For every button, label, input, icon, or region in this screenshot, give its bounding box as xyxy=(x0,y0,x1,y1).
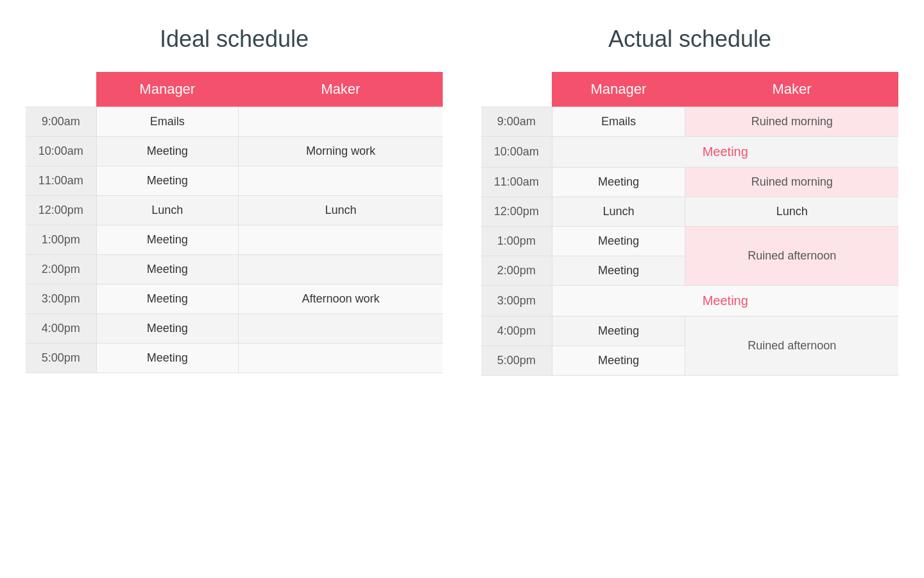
maker-cell xyxy=(239,107,443,137)
manager-cell: Meeting xyxy=(96,137,239,166)
page-wrapper: Ideal schedule Manager Maker 9:00amEmail… xyxy=(26,26,898,376)
maker-cell xyxy=(239,344,443,373)
manager-cell: Meeting xyxy=(96,314,239,344)
table-row: 2:00pmMeeting xyxy=(26,255,443,285)
table-row: 1:00pmMeeting xyxy=(26,225,443,255)
time-cell: 4:00pm xyxy=(481,317,552,346)
content-cell: Meeting xyxy=(552,317,685,346)
content-cell: Emails xyxy=(552,107,685,137)
manager-cell: Meeting xyxy=(96,166,239,196)
time-cell: 1:00pm xyxy=(26,225,96,255)
time-cell: 5:00pm xyxy=(26,344,96,373)
actual-time-header xyxy=(481,72,552,107)
maker-cell xyxy=(239,225,443,255)
table-row: 9:00amEmailsRuined morning xyxy=(481,107,898,137)
manager-cell: Emails xyxy=(96,107,239,137)
time-cell: 9:00am xyxy=(481,107,552,137)
ideal-title: Ideal schedule xyxy=(26,26,443,53)
content-cell: Ruined morning xyxy=(685,168,898,197)
time-cell: 9:00am xyxy=(26,107,96,137)
ideal-maker-header: Maker xyxy=(239,72,443,107)
content-cell: Lunch xyxy=(685,197,898,227)
manager-cell: Meeting xyxy=(96,225,239,255)
actual-maker-header: Maker xyxy=(685,72,898,107)
table-row: 3:00pmMeetingAfternoon work xyxy=(26,285,443,314)
time-cell: 11:00am xyxy=(26,166,96,196)
ideal-manager-header: Manager xyxy=(96,72,239,107)
table-row: 4:00pmMeetingRuined afternoon xyxy=(481,317,898,346)
maker-cell: Lunch xyxy=(239,196,443,225)
time-cell: 2:00pm xyxy=(26,255,96,285)
time-cell: 2:00pm xyxy=(481,256,552,286)
time-cell: 11:00am xyxy=(481,168,552,197)
content-cell: Meeting xyxy=(552,346,685,376)
table-row: 4:00pmMeeting xyxy=(26,314,443,344)
table-row: 9:00amEmails xyxy=(26,107,443,137)
manager-cell: Lunch xyxy=(96,196,239,225)
time-cell: 4:00pm xyxy=(26,314,96,344)
table-row: 1:00pmMeetingRuined afternoon xyxy=(481,227,898,256)
maker-cell xyxy=(239,166,443,196)
time-cell: 10:00am xyxy=(26,137,96,166)
time-cell: 12:00pm xyxy=(481,197,552,227)
content-cell: Meeting xyxy=(552,137,898,168)
actual-table: Manager Maker 9:00amEmailsRuined morning… xyxy=(481,72,898,376)
time-cell: 3:00pm xyxy=(26,285,96,314)
table-row: 12:00pmLunchLunch xyxy=(26,196,443,225)
maker-cell: Morning work xyxy=(239,137,443,166)
ideal-table: Manager Maker 9:00amEmails10:00amMeeting… xyxy=(26,72,443,373)
table-row: 11:00amMeetingRuined morning xyxy=(481,168,898,197)
table-row: 10:00amMeetingMorning work xyxy=(26,137,443,166)
actual-schedule-section: Actual schedule Manager Maker 9:00amEmai… xyxy=(481,26,898,376)
table-row: 10:00amMeeting xyxy=(481,137,898,168)
manager-cell: Meeting xyxy=(96,344,239,373)
manager-cell: Meeting xyxy=(96,285,239,314)
table-row: 3:00pmMeeting xyxy=(481,286,898,317)
content-cell: Ruined afternoon xyxy=(685,227,898,286)
actual-title: Actual schedule xyxy=(481,26,898,53)
maker-cell xyxy=(239,314,443,344)
content-cell: Meeting xyxy=(552,168,685,197)
time-cell: 1:00pm xyxy=(481,227,552,256)
actual-manager-header: Manager xyxy=(552,72,685,107)
maker-cell: Afternoon work xyxy=(239,285,443,314)
table-row: 11:00amMeeting xyxy=(26,166,443,196)
maker-cell xyxy=(239,255,443,285)
time-cell: 12:00pm xyxy=(26,196,96,225)
content-cell: Meeting xyxy=(552,256,685,286)
content-cell: Meeting xyxy=(552,227,685,256)
table-row: 5:00pmMeeting xyxy=(26,344,443,373)
content-cell: Ruined morning xyxy=(685,107,898,137)
ideal-schedule-section: Ideal schedule Manager Maker 9:00amEmail… xyxy=(26,26,443,376)
content-cell: Lunch xyxy=(552,197,685,227)
time-cell: 3:00pm xyxy=(481,286,552,317)
table-row: 12:00pmLunchLunch xyxy=(481,197,898,227)
time-cell: 10:00am xyxy=(481,137,552,168)
manager-cell: Meeting xyxy=(96,255,239,285)
content-cell: Ruined afternoon xyxy=(685,317,898,376)
content-cell: Meeting xyxy=(552,286,898,317)
time-cell: 5:00pm xyxy=(481,346,552,376)
ideal-time-header xyxy=(26,72,96,107)
